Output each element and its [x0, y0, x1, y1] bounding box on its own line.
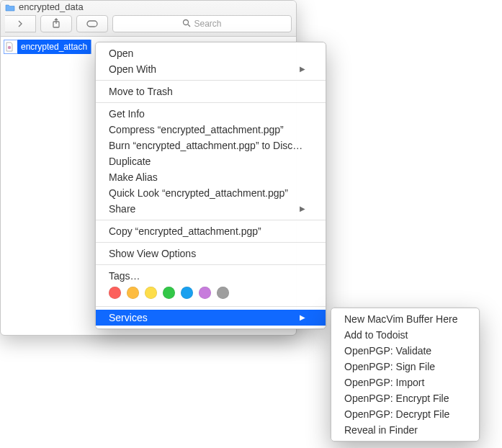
services-item[interactable]: OpenPGP: Decrypt File [331, 406, 479, 422]
tag-color-dot[interactable] [127, 287, 139, 299]
submenu-arrow-icon: ▶ [300, 63, 305, 76]
file-name-label: encrypted_attach [17, 40, 91, 54]
menu-services[interactable]: Services▶ [96, 310, 326, 326]
services-item[interactable]: OpenPGP: Sign File [331, 359, 479, 375]
search-placeholder: Search [194, 19, 221, 29]
services-item[interactable]: Add to Todoist [331, 327, 479, 343]
submenu-arrow-icon: ▶ [300, 202, 305, 215]
tag-color-dot[interactable] [145, 287, 157, 299]
menu-separator [96, 102, 326, 103]
menu-make-alias[interactable]: Make Alias [96, 169, 326, 185]
menu-separator [96, 306, 326, 307]
menu-open-with[interactable]: Open With▶ [96, 61, 326, 77]
menu-copy[interactable]: Copy “encrypted_attachment.pgp” [96, 223, 326, 239]
svg-rect-1 [87, 21, 97, 27]
window-title: encrypted_data [5, 1, 84, 12]
file-item[interactable]: encrypted_attach [4, 40, 91, 54]
services-item[interactable]: OpenPGP: Encrypt File [331, 390, 479, 406]
services-submenu: New MacVim Buffer HereAdd to TodoistOpen… [331, 308, 480, 442]
menu-separator [96, 264, 326, 265]
search-field[interactable]: Search [112, 15, 292, 32]
menu-separator [96, 242, 326, 243]
menu-open[interactable]: Open [96, 45, 326, 61]
menu-show-view-options[interactable]: Show View Options [96, 246, 326, 261]
share-icon [52, 18, 60, 30]
document-icon [4, 42, 14, 52]
menu-share[interactable]: Share▶ [96, 201, 326, 217]
services-item[interactable]: Reveal in Finder [331, 422, 479, 438]
context-menu: Open Open With▶ Move to Trash Get Info C… [95, 42, 326, 329]
titlebar: encrypted_data [1, 1, 296, 37]
nav-buttons [5, 15, 36, 32]
tag-color-row [96, 284, 326, 303]
services-item[interactable]: OpenPGP: Import [331, 375, 479, 390]
tag-icon [86, 19, 98, 30]
menu-quick-look[interactable]: Quick Look “encrypted_attachment.pgp” [96, 185, 326, 201]
tag-color-dot[interactable] [217, 287, 229, 299]
folder-icon [5, 3, 15, 12]
menu-compress[interactable]: Compress “encrypted_attachment.pgp” [96, 122, 326, 138]
submenu-arrow-icon: ▶ [300, 311, 305, 324]
svg-point-2 [184, 19, 189, 24]
tag-color-dot[interactable] [181, 287, 193, 299]
menu-tags[interactable]: Tags… [96, 268, 326, 284]
menu-duplicate[interactable]: Duplicate [96, 153, 326, 169]
menu-separator [96, 80, 326, 81]
window-title-text: encrypted_data [19, 1, 84, 12]
tag-color-dot[interactable] [199, 287, 211, 299]
share-toolbar-button[interactable] [40, 15, 72, 32]
svg-point-3 [8, 46, 11, 49]
chevron-right-icon [17, 19, 23, 30]
menu-get-info[interactable]: Get Info [96, 106, 326, 122]
tag-color-dot[interactable] [163, 287, 175, 299]
tags-toolbar-button[interactable] [76, 15, 108, 32]
services-item[interactable]: New MacVim Buffer Here [331, 311, 479, 327]
search-icon [182, 19, 191, 30]
menu-move-to-trash[interactable]: Move to Trash [96, 84, 326, 99]
services-item[interactable]: OpenPGP: Validate [331, 343, 479, 359]
tag-color-dot[interactable] [109, 287, 121, 299]
back-button[interactable] [5, 15, 36, 32]
menu-burn[interactable]: Burn “encrypted_attachment.pgp” to Disc… [96, 138, 326, 153]
menu-separator [96, 220, 326, 220]
